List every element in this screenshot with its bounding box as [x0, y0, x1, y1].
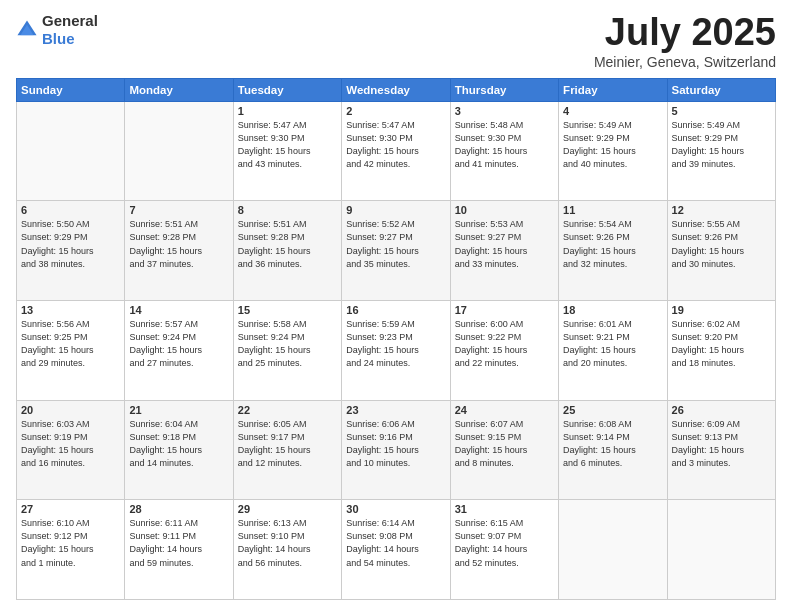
day-number: 4	[563, 105, 662, 117]
day-number: 14	[129, 304, 228, 316]
logo-icon	[16, 19, 38, 41]
day-detail: Sunrise: 6:01 AM Sunset: 9:21 PM Dayligh…	[563, 318, 662, 370]
col-saturday: Saturday	[667, 78, 775, 101]
day-cell: 1Sunrise: 5:47 AM Sunset: 9:30 PM Daylig…	[233, 101, 341, 201]
day-cell: 5Sunrise: 5:49 AM Sunset: 9:29 PM Daylig…	[667, 101, 775, 201]
week-row-5: 27Sunrise: 6:10 AM Sunset: 9:12 PM Dayli…	[17, 500, 776, 600]
day-number: 1	[238, 105, 337, 117]
day-cell: 2Sunrise: 5:47 AM Sunset: 9:30 PM Daylig…	[342, 101, 450, 201]
day-detail: Sunrise: 5:53 AM Sunset: 9:27 PM Dayligh…	[455, 218, 554, 270]
day-detail: Sunrise: 6:13 AM Sunset: 9:10 PM Dayligh…	[238, 517, 337, 569]
day-cell: 19Sunrise: 6:02 AM Sunset: 9:20 PM Dayli…	[667, 301, 775, 401]
day-cell: 12Sunrise: 5:55 AM Sunset: 9:26 PM Dayli…	[667, 201, 775, 301]
day-detail: Sunrise: 5:48 AM Sunset: 9:30 PM Dayligh…	[455, 119, 554, 171]
day-number: 8	[238, 204, 337, 216]
day-number: 6	[21, 204, 120, 216]
week-row-1: 1Sunrise: 5:47 AM Sunset: 9:30 PM Daylig…	[17, 101, 776, 201]
day-cell: 24Sunrise: 6:07 AM Sunset: 9:15 PM Dayli…	[450, 400, 558, 500]
day-detail: Sunrise: 5:59 AM Sunset: 9:23 PM Dayligh…	[346, 318, 445, 370]
day-cell: 31Sunrise: 6:15 AM Sunset: 9:07 PM Dayli…	[450, 500, 558, 600]
day-detail: Sunrise: 5:50 AM Sunset: 9:29 PM Dayligh…	[21, 218, 120, 270]
logo-blue: Blue	[42, 30, 75, 47]
day-cell: 22Sunrise: 6:05 AM Sunset: 9:17 PM Dayli…	[233, 400, 341, 500]
day-number: 19	[672, 304, 771, 316]
week-row-3: 13Sunrise: 5:56 AM Sunset: 9:25 PM Dayli…	[17, 301, 776, 401]
day-cell: 16Sunrise: 5:59 AM Sunset: 9:23 PM Dayli…	[342, 301, 450, 401]
day-detail: Sunrise: 5:58 AM Sunset: 9:24 PM Dayligh…	[238, 318, 337, 370]
day-number: 5	[672, 105, 771, 117]
week-row-2: 6Sunrise: 5:50 AM Sunset: 9:29 PM Daylig…	[17, 201, 776, 301]
col-tuesday: Tuesday	[233, 78, 341, 101]
page: General Blue July 2025 Meinier, Geneva, …	[0, 0, 792, 612]
day-detail: Sunrise: 6:09 AM Sunset: 9:13 PM Dayligh…	[672, 418, 771, 470]
logo-general: General	[42, 12, 98, 29]
day-detail: Sunrise: 5:51 AM Sunset: 9:28 PM Dayligh…	[129, 218, 228, 270]
col-monday: Monday	[125, 78, 233, 101]
day-detail: Sunrise: 5:55 AM Sunset: 9:26 PM Dayligh…	[672, 218, 771, 270]
day-detail: Sunrise: 6:04 AM Sunset: 9:18 PM Dayligh…	[129, 418, 228, 470]
day-cell	[17, 101, 125, 201]
day-detail: Sunrise: 6:05 AM Sunset: 9:17 PM Dayligh…	[238, 418, 337, 470]
day-cell: 8Sunrise: 5:51 AM Sunset: 9:28 PM Daylig…	[233, 201, 341, 301]
col-sunday: Sunday	[17, 78, 125, 101]
subtitle: Meinier, Geneva, Switzerland	[594, 54, 776, 70]
day-number: 13	[21, 304, 120, 316]
day-detail: Sunrise: 5:57 AM Sunset: 9:24 PM Dayligh…	[129, 318, 228, 370]
day-cell	[125, 101, 233, 201]
day-detail: Sunrise: 6:14 AM Sunset: 9:08 PM Dayligh…	[346, 517, 445, 569]
day-cell: 3Sunrise: 5:48 AM Sunset: 9:30 PM Daylig…	[450, 101, 558, 201]
day-number: 18	[563, 304, 662, 316]
day-cell: 26Sunrise: 6:09 AM Sunset: 9:13 PM Dayli…	[667, 400, 775, 500]
day-cell: 25Sunrise: 6:08 AM Sunset: 9:14 PM Dayli…	[559, 400, 667, 500]
day-cell: 15Sunrise: 5:58 AM Sunset: 9:24 PM Dayli…	[233, 301, 341, 401]
day-detail: Sunrise: 5:49 AM Sunset: 9:29 PM Dayligh…	[563, 119, 662, 171]
day-number: 30	[346, 503, 445, 515]
day-number: 27	[21, 503, 120, 515]
day-detail: Sunrise: 5:51 AM Sunset: 9:28 PM Dayligh…	[238, 218, 337, 270]
day-number: 29	[238, 503, 337, 515]
header: General Blue July 2025 Meinier, Geneva, …	[16, 12, 776, 70]
day-detail: Sunrise: 6:10 AM Sunset: 9:12 PM Dayligh…	[21, 517, 120, 569]
day-number: 26	[672, 404, 771, 416]
logo: General Blue	[16, 12, 98, 48]
col-thursday: Thursday	[450, 78, 558, 101]
day-number: 20	[21, 404, 120, 416]
logo-text: General Blue	[42, 12, 98, 48]
day-number: 22	[238, 404, 337, 416]
day-detail: Sunrise: 5:49 AM Sunset: 9:29 PM Dayligh…	[672, 119, 771, 171]
day-detail: Sunrise: 6:00 AM Sunset: 9:22 PM Dayligh…	[455, 318, 554, 370]
day-detail: Sunrise: 6:03 AM Sunset: 9:19 PM Dayligh…	[21, 418, 120, 470]
month-title: July 2025	[594, 12, 776, 54]
day-number: 31	[455, 503, 554, 515]
day-number: 15	[238, 304, 337, 316]
calendar-table: Sunday Monday Tuesday Wednesday Thursday…	[16, 78, 776, 600]
day-number: 25	[563, 404, 662, 416]
day-cell	[667, 500, 775, 600]
day-detail: Sunrise: 5:47 AM Sunset: 9:30 PM Dayligh…	[346, 119, 445, 171]
day-cell: 6Sunrise: 5:50 AM Sunset: 9:29 PM Daylig…	[17, 201, 125, 301]
day-number: 17	[455, 304, 554, 316]
day-cell: 17Sunrise: 6:00 AM Sunset: 9:22 PM Dayli…	[450, 301, 558, 401]
day-cell: 30Sunrise: 6:14 AM Sunset: 9:08 PM Dayli…	[342, 500, 450, 600]
day-cell: 7Sunrise: 5:51 AM Sunset: 9:28 PM Daylig…	[125, 201, 233, 301]
day-number: 11	[563, 204, 662, 216]
day-cell: 29Sunrise: 6:13 AM Sunset: 9:10 PM Dayli…	[233, 500, 341, 600]
day-cell: 13Sunrise: 5:56 AM Sunset: 9:25 PM Dayli…	[17, 301, 125, 401]
day-number: 2	[346, 105, 445, 117]
day-detail: Sunrise: 5:52 AM Sunset: 9:27 PM Dayligh…	[346, 218, 445, 270]
col-friday: Friday	[559, 78, 667, 101]
day-cell: 11Sunrise: 5:54 AM Sunset: 9:26 PM Dayli…	[559, 201, 667, 301]
day-detail: Sunrise: 6:07 AM Sunset: 9:15 PM Dayligh…	[455, 418, 554, 470]
day-cell: 23Sunrise: 6:06 AM Sunset: 9:16 PM Dayli…	[342, 400, 450, 500]
day-number: 3	[455, 105, 554, 117]
title-block: July 2025 Meinier, Geneva, Switzerland	[594, 12, 776, 70]
day-detail: Sunrise: 6:06 AM Sunset: 9:16 PM Dayligh…	[346, 418, 445, 470]
day-number: 9	[346, 204, 445, 216]
day-cell: 9Sunrise: 5:52 AM Sunset: 9:27 PM Daylig…	[342, 201, 450, 301]
header-row: Sunday Monday Tuesday Wednesday Thursday…	[17, 78, 776, 101]
day-cell: 10Sunrise: 5:53 AM Sunset: 9:27 PM Dayli…	[450, 201, 558, 301]
day-detail: Sunrise: 6:11 AM Sunset: 9:11 PM Dayligh…	[129, 517, 228, 569]
day-number: 10	[455, 204, 554, 216]
day-number: 12	[672, 204, 771, 216]
day-detail: Sunrise: 6:08 AM Sunset: 9:14 PM Dayligh…	[563, 418, 662, 470]
